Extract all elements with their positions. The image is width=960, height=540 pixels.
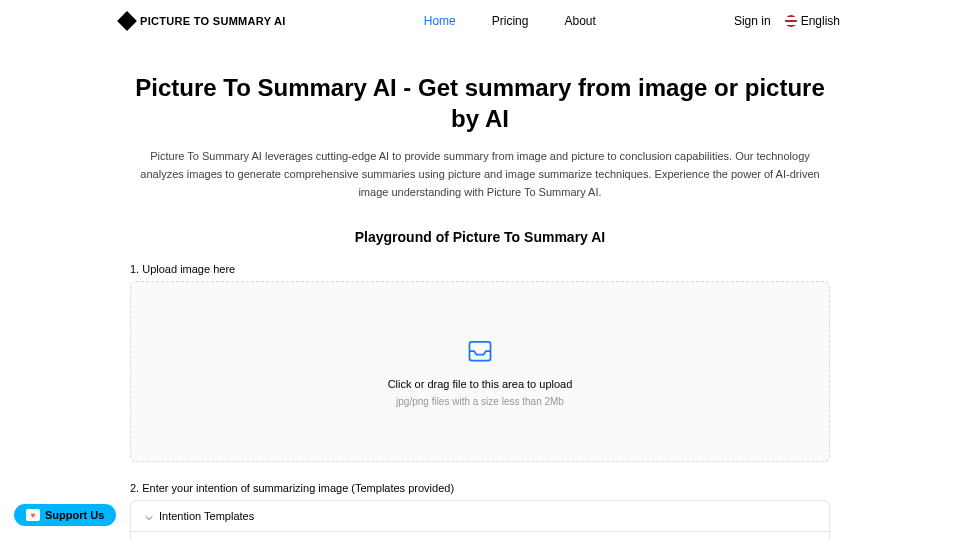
step2-label: 2. Enter your intention of summarizing i… bbox=[130, 482, 830, 494]
playground-heading: Playground of Picture To Summary AI bbox=[130, 229, 830, 245]
chevron-down-icon bbox=[145, 512, 153, 520]
logo-text: PICTURE TO SUMMARY AI bbox=[140, 15, 286, 27]
templates-list: AI Summarize Image Briefly (Default) AI … bbox=[131, 532, 829, 540]
step1-label: 1. Upload image here bbox=[130, 263, 830, 275]
signin-link[interactable]: Sign in bbox=[734, 14, 771, 28]
nav-pricing[interactable]: Pricing bbox=[492, 14, 529, 28]
templates-header-label: Intention Templates bbox=[159, 510, 254, 522]
upload-hint: jpg/png files with a size less than 2Mb bbox=[151, 396, 809, 407]
nav-home[interactable]: Home bbox=[424, 14, 456, 28]
nav-about[interactable]: About bbox=[564, 14, 595, 28]
page-title: Picture To Summary AI - Get summary from… bbox=[130, 72, 830, 134]
main-nav: Home Pricing About bbox=[424, 14, 596, 28]
templates-panel: Intention Templates AI Summarize Image B… bbox=[130, 500, 830, 540]
logo-icon bbox=[117, 11, 137, 31]
language-label: English bbox=[801, 14, 840, 28]
templates-toggle[interactable]: Intention Templates bbox=[131, 501, 829, 532]
heart-icon: ♥ bbox=[26, 509, 40, 521]
page-lead: Picture To Summary AI leverages cutting-… bbox=[130, 148, 830, 201]
language-selector[interactable]: English bbox=[785, 14, 840, 28]
upload-text: Click or drag file to this area to uploa… bbox=[151, 378, 809, 390]
support-label: Support Us bbox=[45, 509, 104, 521]
logo[interactable]: PICTURE TO SUMMARY AI bbox=[120, 14, 286, 28]
inbox-icon bbox=[466, 336, 494, 368]
header-right: Sign in English bbox=[734, 14, 840, 28]
flag-icon bbox=[785, 15, 797, 27]
upload-zone[interactable]: Click or drag file to this area to uploa… bbox=[130, 281, 830, 462]
support-button[interactable]: ♥ Support Us bbox=[14, 504, 116, 526]
